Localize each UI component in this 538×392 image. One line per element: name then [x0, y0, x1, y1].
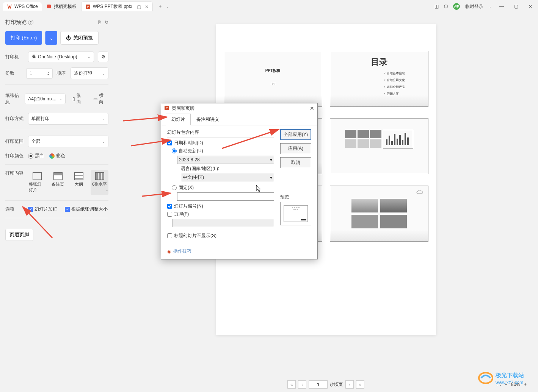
template-icon: [46, 4, 52, 9]
print-button[interactable]: 打印 (Enter): [5, 31, 42, 45]
slide-thumb-4: [330, 118, 428, 174]
footer-input[interactable]: [173, 219, 274, 227]
landscape-button[interactable]: ▭横向: [90, 90, 108, 108]
tab-close-icon[interactable]: ✕: [145, 4, 149, 9]
lang-label: 语言(国家/地区)(L):: [181, 166, 274, 172]
print-dropdown[interactable]: ⌄: [45, 31, 57, 45]
titlebar-icon-1[interactable]: ◫: [434, 4, 439, 9]
print-preview-panel: 打印预览 ? ⎘ ↻ 打印 (Enter) ⌄ ⏻ 关闭预览 打印机 🖶OneN…: [0, 15, 114, 392]
watermark: 极光下载站 www.xz7.com: [477, 369, 534, 388]
tab-file-label: WPS PPT教程.pptx: [93, 3, 132, 10]
svg-rect-11: [407, 137, 409, 145]
dialog-app-icon: P: [164, 105, 169, 112]
hide-title-checkbox[interactable]: 标题幻灯片不显示(S): [167, 233, 274, 239]
content-6-horizontal[interactable]: 6张水平⌄: [91, 170, 108, 195]
fit-checkbox[interactable]: ✓根据纸张调整大小: [65, 206, 108, 212]
tab-home-label: WPS Office: [14, 4, 38, 9]
paper-label: 纸张信息: [5, 92, 21, 105]
wps-logo-icon: [7, 4, 12, 9]
cancel-button[interactable]: 取消: [280, 157, 311, 168]
color-radio[interactable]: 彩色: [49, 153, 65, 159]
header-footer-button[interactable]: 页眉页脚: [5, 229, 33, 241]
content-notes[interactable]: 备注页: [49, 170, 67, 195]
close-preview-button[interactable]: ⏻ 关闭预览: [60, 31, 99, 45]
power-icon: ⏻: [66, 35, 71, 41]
tab-presentation-mode-icon[interactable]: ▢: [137, 4, 141, 9]
dialog-tab-slide[interactable]: 幻灯片: [166, 114, 191, 125]
method-label: 打印方式: [5, 116, 24, 122]
svg-rect-9: [402, 140, 403, 145]
dialog-title-text: 页眉和页脚: [172, 105, 194, 112]
slidenum-checkbox[interactable]: 幻灯片编号(N): [167, 203, 274, 209]
titlebar-icon-2[interactable]: ⬡: [444, 4, 448, 9]
tab-templates[interactable]: 找稻壳模板: [42, 2, 80, 11]
fixed-input[interactable]: [177, 192, 274, 201]
panel-icon-2[interactable]: ↻: [105, 20, 108, 25]
dialog-close-button[interactable]: ✕: [310, 105, 314, 111]
tab-file[interactable]: P WPS PPT教程.pptx ▢ ✕: [81, 2, 153, 11]
window-minimize[interactable]: —: [497, 4, 506, 9]
window-close[interactable]: ✕: [526, 4, 535, 9]
printer-settings-button[interactable]: ⚙: [98, 52, 108, 62]
printer-select[interactable]: 🖶OneNote (Desktop) ⌄: [28, 52, 94, 62]
next-page-button[interactable]: ›: [345, 380, 354, 389]
prev-page-button[interactable]: ‹: [298, 380, 306, 389]
panel-icon-1[interactable]: ⎘: [98, 20, 101, 25]
panel-title: 打印预览 ?: [5, 19, 33, 26]
order-label: 顺序: [56, 70, 67, 77]
apply-all-button[interactable]: 全部应用(Y): [280, 129, 311, 140]
method-select[interactable]: 单面打印 ⌄: [28, 113, 108, 125]
tips-link[interactable]: 操作技巧: [173, 248, 191, 255]
fixed-radio[interactable]: 固定(X): [172, 184, 274, 191]
first-page-button[interactable]: «: [287, 380, 296, 389]
bw-radio[interactable]: 黑白: [28, 153, 44, 159]
login-dropdown-icon[interactable]: ⌄: [489, 5, 492, 8]
svg-point-19: [479, 373, 493, 383]
tab-menu-icon[interactable]: ⌄: [166, 5, 169, 8]
svg-rect-0: [47, 5, 51, 8]
portrait-button[interactable]: ▯纵向: [69, 90, 86, 108]
range-label: 打印范围: [5, 138, 24, 145]
frame-checkbox[interactable]: ✓幻灯片加框: [28, 206, 57, 212]
slide-thumb-6: [330, 186, 428, 242]
ppt-icon: P: [85, 4, 91, 9]
svg-text:www.xz7.com: www.xz7.com: [495, 380, 523, 385]
title-bar: WPS Office 找稻壳模板 P WPS PPT教程.pptx ▢ ✕ + …: [0, 0, 538, 13]
date-select[interactable]: 2023-8-28▾: [177, 156, 274, 164]
copies-input[interactable]: 1 ▲▼: [26, 68, 53, 79]
apply-button[interactable]: 应用(A): [280, 143, 311, 154]
svg-rect-8: [399, 135, 401, 145]
user-avatar[interactable]: WP: [453, 3, 460, 10]
range-select[interactable]: 全部 ⌄: [28, 136, 108, 147]
paper-select[interactable]: A4(210mmx... ⌄: [25, 94, 66, 104]
window-maximize[interactable]: ▢: [511, 4, 521, 9]
content-full-slide[interactable]: 整张幻灯片: [28, 170, 46, 195]
header-footer-dialog: P 页眉和页脚 ✕ 幻灯片 备注和讲义 幻灯片包含内容 日期和时间(D) 自动更…: [161, 103, 318, 259]
datetime-checkbox[interactable]: 日期和时间(D): [167, 140, 274, 146]
section-label: 幻灯片包含内容: [167, 129, 274, 136]
preview-label: 预览: [280, 194, 311, 200]
login-label[interactable]: 临时登录: [465, 3, 483, 10]
autoupdate-radio[interactable]: 自动更新(U): [172, 148, 274, 154]
footer-checkbox[interactable]: 页脚(F): [167, 211, 274, 217]
order-select[interactable]: 逐份打印 ⌄: [71, 67, 108, 79]
svg-rect-5: [391, 141, 393, 145]
svg-rect-4: [389, 136, 390, 145]
content-outline[interactable]: 大纲: [70, 170, 88, 195]
help-icon[interactable]: ?: [28, 20, 33, 25]
dialog-tab-notes[interactable]: 备注和讲义: [191, 114, 225, 125]
page-total: /共5页: [330, 381, 343, 388]
tab-home[interactable]: WPS Office: [3, 2, 42, 11]
slide-thumb-2: 目录 ✓ 介绍基本信息 ✓ 介绍公司文化 ✓ 详细介绍产品 ✓ 营销方案: [330, 51, 428, 107]
gear-icon: ⚙: [101, 54, 105, 59]
page-input[interactable]: [309, 380, 328, 389]
add-tab-button[interactable]: +: [156, 4, 165, 9]
status-bar: « ‹ /共5页 › » ⛶ − 80% +: [114, 377, 538, 392]
last-page-button[interactable]: »: [356, 380, 364, 389]
tips-icon: ◉: [167, 249, 171, 254]
svg-rect-6: [394, 134, 395, 145]
slide-thumb-1: PPT教程 ·PPT: [224, 51, 322, 107]
svg-text:P: P: [87, 5, 89, 9]
lang-select[interactable]: 中文(中国)▾: [181, 173, 274, 182]
svg-rect-10: [405, 133, 406, 145]
